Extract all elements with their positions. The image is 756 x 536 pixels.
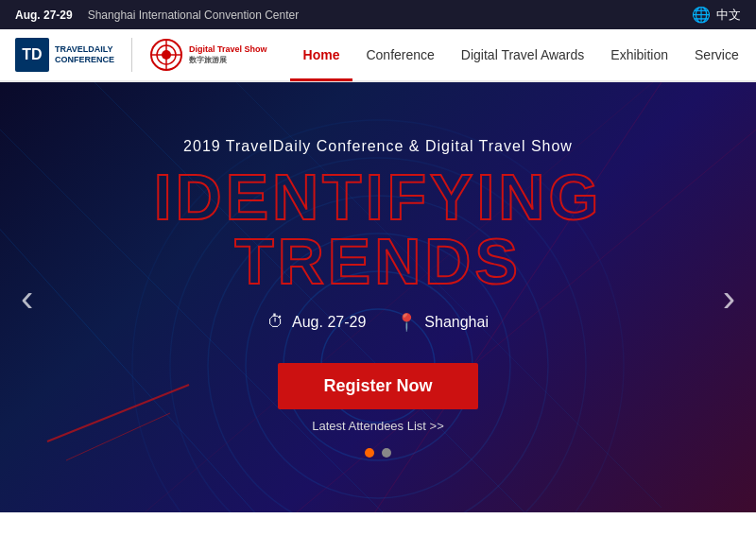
nav-exhibition[interactable]: Exhibition <box>597 30 681 81</box>
carousel-dots <box>0 448 756 458</box>
clock-icon: ⏱ <box>267 312 284 332</box>
logos: TD TRAVELDAILY CONFERENCE Digital Travel… <box>15 38 267 72</box>
attendees-link[interactable]: Latest Attendees List >> <box>0 419 756 433</box>
carousel-next-button[interactable]: › <box>712 271 747 324</box>
nav-digital-travel-awards[interactable]: Digital Travel Awards <box>448 30 597 81</box>
hero-date-label: Aug. 27-29 <box>292 314 366 331</box>
dts-logo[interactable]: Digital Travel Show 数字旅游展 <box>149 38 267 72</box>
carousel-dot-1[interactable] <box>365 448 374 458</box>
event-location-meta: 📍 Shanghai <box>396 312 489 333</box>
dts-circle-icon <box>149 38 183 72</box>
globe-icon: 🌐 <box>692 6 711 24</box>
traveldaily-logo[interactable]: TD TRAVELDAILY CONFERENCE <box>15 38 114 72</box>
logo-divider <box>131 38 132 72</box>
hero-meta: ⏱ Aug. 27-29 📍 Shanghai <box>0 312 756 333</box>
event-venue: Shanghai International Convention Center <box>88 9 300 22</box>
top-bar-left: Aug. 27-29 Shanghai International Conven… <box>15 9 299 22</box>
nav-conference[interactable]: Conference <box>352 30 447 81</box>
event-date: Aug. 27-29 <box>15 9 73 22</box>
carousel-dot-2[interactable] <box>382 448 391 458</box>
td-text: TRAVELDAILY CONFERENCE <box>55 44 114 65</box>
event-date-meta: ⏱ Aug. 27-29 <box>267 312 366 332</box>
language-switcher[interactable]: 🌐 中文 <box>692 6 741 24</box>
dts-text: Digital Travel Show 数字旅游展 <box>189 44 267 65</box>
hero-title: IDENTIFYING TRENDS <box>0 164 756 293</box>
hero-subtitle: 2019 TravelDaily Conference & Digital Tr… <box>0 138 756 155</box>
td-icon: TD <box>15 38 49 72</box>
top-bar: Aug. 27-29 Shanghai International Conven… <box>0 0 756 29</box>
hero-section: ‹ 2019 TravelDaily Conference & Digital … <box>0 82 756 512</box>
nav-about[interactable]: About <box>752 30 756 81</box>
nav-home[interactable]: Home <box>290 30 353 81</box>
location-icon: 📍 <box>396 312 417 333</box>
language-label: 中文 <box>716 7 741 24</box>
hero-content: 2019 TravelDaily Conference & Digital Tr… <box>0 138 756 458</box>
nav-service[interactable]: Service <box>681 30 752 81</box>
register-button[interactable]: Register Now <box>278 363 477 409</box>
main-nav: Home Conference Digital Travel Awards Ex… <box>290 29 756 80</box>
carousel-prev-button[interactable]: ‹ <box>9 271 44 324</box>
hero-location-label: Shanghai <box>424 314 489 331</box>
navbar: TD TRAVELDAILY CONFERENCE Digital Travel… <box>0 29 756 82</box>
